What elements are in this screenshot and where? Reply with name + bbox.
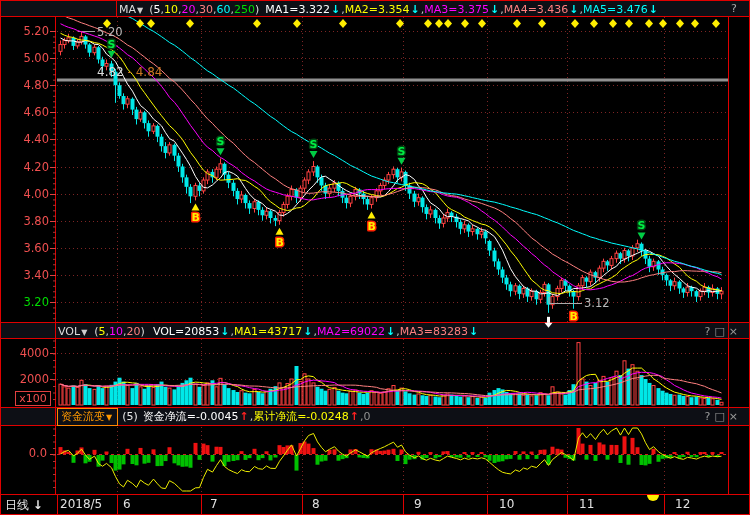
vol-trend-arrow: ↓ (220, 325, 229, 338)
month-label: 10 (499, 497, 514, 511)
flow-indicator-label: 资金流变 (61, 410, 105, 423)
vol-param-value: 5 (99, 325, 106, 338)
vol-item: MA3=83283 (400, 325, 468, 338)
status-bar: 日线 ↓ 2018/56789101112 (0, 495, 750, 515)
vol-param-paren: ) (141, 325, 145, 338)
restore-icon[interactable]: □ (714, 410, 728, 423)
flow-param: (5) (122, 410, 138, 423)
ma-param-value: 20 (181, 3, 195, 16)
lowest-price-label: 3.12 (584, 296, 610, 310)
vol-item: MA2=69022 (317, 325, 385, 338)
month-label: 12 (675, 497, 690, 511)
vol-item: VOL=20853 (153, 325, 219, 338)
ma-indicator-label: MA (119, 3, 136, 16)
halt-range-label: 4.82 - 4.84 (97, 65, 162, 79)
chevron-down-icon: ▼ (137, 6, 143, 15)
period-label: 日线 (5, 498, 29, 512)
flow-trailing: ,0 (360, 410, 371, 423)
close-icon[interactable]: × (729, 325, 742, 338)
price-tick-label: 4.20 (2, 160, 49, 174)
vol-item: MA1=43717 (234, 325, 302, 338)
chevron-down-icon: ▼ (106, 413, 112, 422)
help-icon[interactable]: ? (705, 410, 715, 423)
money-flow-header: 资金流变▼ (5) 资金净流=-0.0045↑,累计净流=-0.0248↑,0 (0, 408, 750, 425)
volume-unit-badge: x100 (15, 391, 51, 406)
vol-values: VOL=20853↓,MA1=43717↓,MA2=69022↓,MA3=832… (153, 325, 479, 338)
vol-param-value: 10 (109, 325, 123, 338)
ma-trend-arrow: ↓ (569, 3, 578, 16)
ma-trend-arrow: ↓ (410, 3, 419, 16)
ma-param-value: 60 (216, 3, 230, 16)
price-tick-label: 4.80 (2, 78, 49, 92)
price-tick-label: 5.00 (2, 51, 49, 65)
ma-indicator-selector[interactable]: MA▼ (119, 3, 145, 16)
price-tick-label: 3.80 (2, 214, 49, 228)
flow-values: 资金净流=-0.0045↑,累计净流=-0.0248↑,0 (143, 409, 371, 424)
month-label: 6 (123, 497, 131, 511)
volume-tick-label: 4000 (2, 346, 49, 360)
month-label: 8 (312, 497, 320, 511)
vol-param-value: 20 (127, 325, 141, 338)
price-tick-label: 4.40 (2, 132, 49, 146)
flow-indicator-selector[interactable]: 资金流变▼ (57, 408, 118, 426)
month-label: 11 (579, 497, 594, 511)
vol-trend-arrow: ↓ (469, 325, 478, 338)
ma-item: MA5=3.476 (583, 3, 648, 16)
month-label: 9 (414, 497, 422, 511)
ma-param-paren: ) (255, 3, 259, 16)
month-label: 7 (210, 497, 218, 511)
vol-indicator-label: VOL (58, 325, 80, 338)
ma-param-value: 10 (164, 3, 178, 16)
price-tick-label: 5.20 (2, 24, 49, 38)
vol-indicator-selector[interactable]: VOL▼ (58, 325, 89, 338)
main-chart-header: MA▼ (5,10,20,30,60,250) MA1=3.322↓,MA2=3… (0, 1, 750, 17)
ma-item: MA1=3.322 (265, 3, 330, 16)
ma-param-value: 250 (234, 3, 255, 16)
halt-range-right: - 4.84 (124, 65, 163, 79)
vol-trend-arrow: ↓ (386, 325, 395, 338)
flow-item: 资金净流=-0.0045 (143, 410, 239, 423)
flow-window-icons: ?□× (705, 410, 742, 423)
vol-params: (5,10,20) (94, 325, 145, 338)
ma-item: MA2=3.354 (345, 3, 410, 16)
volume-tick-label: 2000 (2, 372, 49, 386)
close-icon[interactable]: × (729, 410, 742, 423)
volume-header: VOL▼ (5,10,20) VOL=20853↓,MA1=43717↓,MA2… (0, 323, 750, 339)
period-selector[interactable]: 日线 ↓ (5, 497, 43, 514)
ma-values: MA1=3.322↓,MA2=3.354↓,MA3=3.375↓,MA4=3.4… (265, 3, 659, 16)
highest-price-label: 5.20 (97, 25, 123, 39)
halt-range-left: 4.82 (97, 65, 124, 79)
flow-zero-label: 0.0 (0, 446, 47, 460)
volume-window-icons: ?□× (705, 325, 742, 338)
ma-params: (5,10,20,30,60,250) (149, 3, 259, 16)
flow-trend-arrow: ↑ (239, 410, 248, 423)
ma-trend-arrow: ↓ (490, 3, 499, 16)
help-icon[interactable]: ? (731, 2, 737, 15)
flow-trend-arrow: ↑ (350, 410, 359, 423)
price-tick-label: 3.60 (2, 241, 49, 255)
help-icon[interactable]: ? (705, 325, 715, 338)
vol-trend-arrow: ↓ (303, 325, 312, 338)
ma-trend-arrow: ↓ (649, 3, 658, 16)
month-label: 2018/5 (60, 497, 102, 511)
flow-item: 累计净流=-0.0248 (253, 410, 349, 423)
price-tick-label: 3.40 (2, 268, 49, 282)
price-tick-label: 3.20 (2, 295, 49, 309)
ma-param-value: 30 (199, 3, 213, 16)
price-tick-label: 4.00 (2, 187, 49, 201)
stock-chart-window: MA▼ (5,10,20,30,60,250) MA1=3.322↓,MA2=3… (0, 0, 750, 515)
chevron-down-icon: ▼ (81, 328, 87, 337)
ma-item: MA4=3.436 (504, 3, 569, 16)
ma-trend-arrow: ↓ (331, 3, 340, 16)
down-arrow-icon: ↓ (33, 498, 43, 512)
price-tick-label: 4.60 (2, 105, 49, 119)
restore-icon[interactable]: □ (714, 325, 728, 338)
ma-item: MA3=3.375 (424, 3, 489, 16)
